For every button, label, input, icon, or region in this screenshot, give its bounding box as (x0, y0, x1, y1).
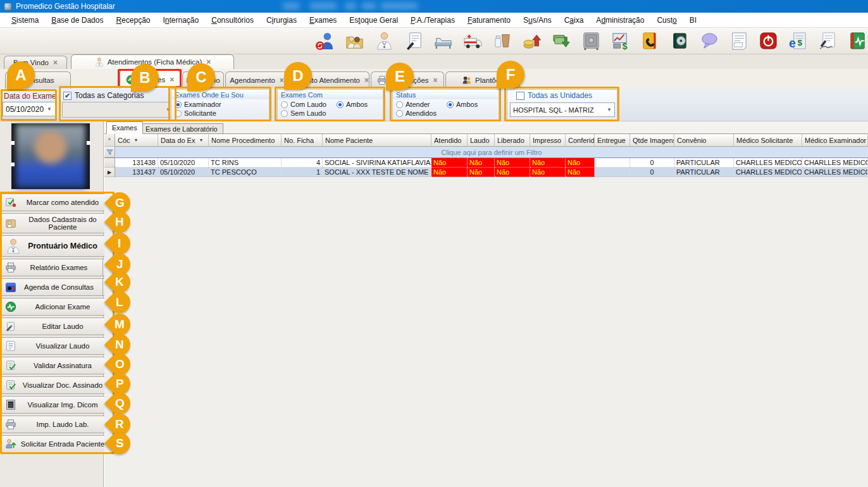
tab-close-icon[interactable]: × (280, 76, 284, 85)
cell-no-ficha: 4 (282, 158, 323, 168)
column-header-label: No. Ficha (284, 137, 314, 144)
grid-tab-exames-de-laboratorio[interactable]: Exames de Laboratório (140, 123, 223, 134)
marker-E: E (386, 63, 414, 90)
menu-item-consultorios[interactable]: Consultórios (205, 14, 260, 27)
marker-D: D (284, 62, 312, 90)
cell-medico-solicitante: CHARLLES MEDICO (734, 168, 802, 177)
app-icon (4, 3, 12, 11)
tab-close-icon[interactable]: × (433, 76, 438, 85)
hospital-bed-icon (433, 31, 453, 51)
column-header-atendido[interactable]: Atendido (431, 134, 468, 147)
sign-document-button[interactable] (817, 30, 838, 52)
invoice-button[interactable] (728, 30, 750, 52)
cell-medico-examinador: CHARLLES MEDICO (802, 168, 868, 177)
column-header-label: Impresso (533, 137, 561, 144)
column-header-entregue[interactable]: Entregue (595, 134, 630, 147)
sync-patient-button[interactable] (314, 30, 336, 52)
people-icon (462, 75, 472, 85)
marker-letter: A (15, 66, 26, 84)
e-invoice-button[interactable]: $e (788, 30, 809, 52)
column-header-label: Liberado (497, 137, 524, 144)
column-header-nome-procedimento[interactable]: Nome Procedimento (209, 134, 282, 147)
marker-letter: H (115, 215, 124, 229)
doctor-icon (375, 31, 394, 51)
book-cd-icon (670, 31, 690, 51)
column-header-liberado[interactable]: Liberado (495, 134, 530, 147)
money-down-button[interactable] (551, 30, 573, 52)
ambulance-icon (463, 31, 483, 51)
chat-button[interactable] (699, 30, 721, 52)
safe-button[interactable] (581, 30, 602, 52)
sort-arrow-icon[interactable]: ▼ (199, 138, 203, 142)
hospital-bed-button[interactable] (433, 30, 454, 52)
tab-agendamento[interactable]: Agendamento× (225, 71, 288, 89)
e-invoice-icon: $e (788, 31, 808, 51)
marker-letter: R (115, 417, 124, 431)
column-header-qtde-imagens[interactable]: Qtde Imagens (630, 134, 674, 147)
column-header-data-do-ex[interactable]: Data do Ex▼ (158, 134, 209, 147)
redacted-text (283, 3, 299, 9)
cell-conferido: Não (566, 158, 595, 168)
column-header-label: Conferido (568, 137, 595, 144)
ecg-book-button[interactable] (846, 30, 868, 52)
menu-item-sus-ans[interactable]: Sus/Ans (517, 14, 558, 27)
grid-body: 13143805/10/2020TC RINS4SOCIAL - SIVIRIN… (104, 158, 868, 177)
row-gutter (104, 158, 115, 168)
phone-book-button[interactable] (640, 30, 661, 52)
redacted-text (310, 3, 337, 9)
menu-item-administracao[interactable]: Administração (590, 14, 650, 27)
pharmacy-button[interactable] (492, 30, 513, 52)
column-header-convenio[interactable]: Convênio (674, 134, 734, 147)
tab-close-icon[interactable]: × (53, 58, 58, 67)
menu-item-estoque-geral[interactable]: Estoque Geral (343, 14, 404, 27)
column-header-label: Convênio (677, 137, 706, 144)
photo-handle (11, 163, 15, 166)
tab-close-icon[interactable]: × (364, 76, 369, 85)
column-header-label: Médico Examinador (805, 137, 866, 144)
cell-qtde-imagens: 0 (630, 158, 674, 168)
photo-handle (87, 141, 90, 145)
column-header-medico-solicitante[interactable]: Médico Solicitante (734, 134, 802, 147)
grid-tab-exames[interactable]: Exames (106, 121, 143, 134)
contract-button[interactable] (403, 30, 425, 52)
grid-header: *Cóc▼Data do Ex▼Nome ProcedimentoNo. Fic… (104, 134, 868, 147)
column-header-conferido[interactable]: Conferido (566, 134, 595, 147)
marker-letter: M (115, 317, 125, 331)
column-header-coc[interactable]: Cóc▼ (115, 134, 158, 147)
book-cd-button[interactable] (669, 30, 691, 52)
filter-row-hint[interactable]: Clique aqui para definir um Filtro (115, 147, 868, 157)
money-up-button[interactable] (521, 30, 543, 52)
finance-chart-button[interactable]: $ (610, 30, 631, 52)
menu-item-base-de-dados[interactable]: Base de Dados (45, 14, 109, 27)
doctor-button[interactable] (373, 30, 395, 52)
menu-item-custo[interactable]: Custo (650, 14, 683, 27)
sort-arrow-icon[interactable]: ▼ (134, 138, 139, 142)
menu-item-internacao[interactable]: Internação (156, 14, 205, 27)
menu-item-sistema[interactable]: Sistema (5, 14, 45, 27)
photo-handle (11, 141, 15, 145)
marker-letter: E (395, 68, 405, 85)
power-button[interactable] (758, 30, 779, 52)
ambulance-button[interactable] (462, 30, 484, 52)
table-row[interactable]: ▶13143705/10/2020TC PESCOÇO1SOCIAL - XXX… (104, 168, 868, 177)
menu-item-cirurgias[interactable]: Cirurgias (260, 14, 303, 27)
column-header-impresso[interactable]: Impresso (530, 134, 566, 147)
column-header-laudo[interactable]: Laudo (468, 134, 495, 147)
column-header-medico-examinador[interactable]: Médico Examinador (802, 134, 868, 147)
patients-folder-button[interactable] (344, 30, 366, 52)
highlight-box-units (504, 87, 619, 121)
grid-filter-row[interactable]: Clique aqui para definir um Filtro (104, 147, 868, 158)
exams-grid: ExamesExames de Laboratório *Cóc▼Data do… (104, 121, 868, 487)
menu-item-caixa[interactable]: Caixa (558, 14, 590, 27)
column-header-no-ficha[interactable]: No. Ficha (282, 134, 323, 147)
table-row[interactable]: 13143805/10/2020TC RINS4SOCIAL - SIVIRIN… (104, 158, 868, 168)
marker-letter: F (506, 66, 516, 83)
cell-nome-paciente: SOCIAL - SIVIRINA KATIAFLAVIA DA SILVA (323, 158, 431, 168)
menu-item-exames[interactable]: Exames (303, 14, 343, 27)
menu-item-faturamento[interactable]: Faturamento (461, 14, 517, 27)
menu-item-recepcao[interactable]: Recepção (109, 14, 156, 27)
menu-item-bi[interactable]: BI (683, 14, 703, 27)
menu-item-p-a-terapias[interactable]: P.A./Terapias (404, 14, 461, 27)
column-header-nome-paciente[interactable]: Nome Paciente (323, 134, 431, 147)
sign-document-icon (818, 31, 838, 51)
